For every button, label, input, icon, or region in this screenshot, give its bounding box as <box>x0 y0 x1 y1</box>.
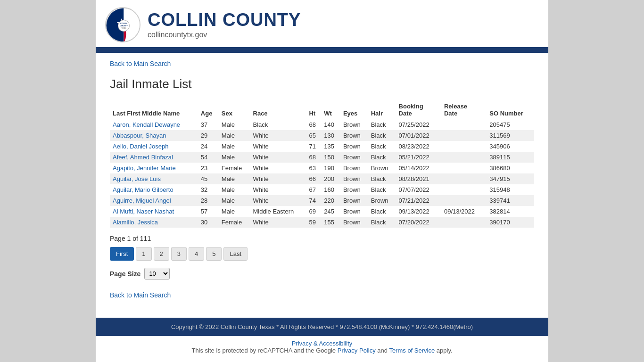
footer-copyright: Copyright © 2022 Collin County Texas * A… <box>171 323 473 330</box>
cell-booking-date: 05/21/2022 <box>396 152 441 163</box>
back-to-search-link-bottom[interactable]: Back to Main Search <box>110 291 171 299</box>
cell-hair: Black <box>368 141 396 152</box>
cell-so-number: 382814 <box>487 206 534 217</box>
cell-release-date <box>441 184 487 195</box>
privacy-policy-link[interactable]: Privacy Policy <box>338 347 376 354</box>
inmate-name-link[interactable]: Aello, Daniel Joseph <box>113 143 169 150</box>
cell-hair: Black <box>368 130 396 141</box>
cell-wt: 140 <box>321 119 340 131</box>
cell-eyes: Brown <box>340 130 368 141</box>
table-row: Aguirre, Miguel Angel28MaleWhite74220Bro… <box>110 195 534 206</box>
cell-sex: Female <box>219 163 250 173</box>
cell-age: 54 <box>198 152 219 163</box>
cell-eyes: Brown <box>340 206 368 217</box>
col-header-release-date: ReleaseDate <box>441 101 487 119</box>
cell-ht: 74 <box>306 195 321 206</box>
pagination-button[interactable]: 3 <box>171 247 187 261</box>
table-row: Aguilar, Mario Gilberto32MaleWhite67160B… <box>110 184 534 195</box>
cell-eyes: Brown <box>340 141 368 152</box>
cell-ht: 65 <box>306 130 321 141</box>
pagination-button[interactable]: 1 <box>136 247 151 261</box>
footer-bottom: Privacy & Accessibility This site is pro… <box>96 336 548 358</box>
cell-eyes: Brown <box>340 152 368 163</box>
header-blue-bar <box>96 49 548 53</box>
cell-age: 37 <box>198 119 219 131</box>
cell-hair: Brown <box>368 195 396 206</box>
page-title: Jail Inmate List <box>110 77 534 91</box>
cell-age: 32 <box>198 184 219 195</box>
inmate-name-link[interactable]: Abbaspour, Shayan <box>113 132 166 139</box>
cell-wt: 245 <box>321 206 340 217</box>
cell-eyes: Brown <box>340 184 368 195</box>
cell-booking-date: 09/13/2022 <box>396 206 441 217</box>
footer: Copyright © 2022 Collin County Texas * A… <box>96 318 548 336</box>
cell-release-date <box>441 130 487 141</box>
footer-and: and <box>377 347 388 354</box>
col-header-name: Last First Middle Name <box>110 101 198 119</box>
inmate-name-link[interactable]: Aguirre, Miguel Angel <box>113 197 171 204</box>
cell-ht: 59 <box>306 217 321 228</box>
cell-release-date <box>441 119 487 131</box>
table-row: Aguilar, Jose Luis45MaleWhite66200BrownB… <box>110 173 534 184</box>
cell-wt: 160 <box>321 184 340 195</box>
page-size-section: Page Size 102550100 <box>110 268 534 280</box>
inmate-name-cell: Aaron, Kendall Dewayne <box>110 119 198 131</box>
inmate-name-link[interactable]: Aguilar, Jose Luis <box>113 175 161 182</box>
cell-release-date: 09/13/2022 <box>441 206 487 217</box>
cell-hair: Black <box>368 173 396 184</box>
tos-link[interactable]: Terms of Service <box>389 347 435 354</box>
cell-ht: 68 <box>306 119 321 131</box>
inmate-name-link[interactable]: Agapito, Jennifer Marie <box>113 165 176 172</box>
cell-booking-date: 07/07/2022 <box>396 184 441 195</box>
county-name: COLLIN COUNTY <box>148 10 301 30</box>
back-to-search-link-top[interactable]: Back to Main Search <box>110 60 171 67</box>
svg-text:TEXAS: TEXAS <box>122 27 126 29</box>
cell-eyes: Brown <box>340 163 368 173</box>
main-content: Back to Main Search Jail Inmate List Las… <box>96 53 548 308</box>
inmate-name-link[interactable]: Afeef, Ahmed Binfazal <box>113 154 173 161</box>
inmate-name-cell: Abbaspour, Shayan <box>110 130 198 141</box>
cell-eyes: Brown <box>340 217 368 228</box>
cell-hair: Brown <box>368 163 396 173</box>
pagination-button[interactable]: Last <box>223 247 248 261</box>
cell-sex: Male <box>219 206 250 217</box>
col-header-sex: Sex <box>219 101 250 119</box>
inmate-name-link[interactable]: Alamillo, Jessica <box>113 219 158 226</box>
inmate-name-link[interactable]: Aaron, Kendall Dewayne <box>113 121 180 128</box>
pagination-button[interactable]: 4 <box>189 247 204 261</box>
privacy-accessibility-link[interactable]: Privacy & Accessibility <box>292 340 353 347</box>
cell-so-number: 205475 <box>487 119 534 131</box>
pagination-button[interactable]: 2 <box>154 247 169 261</box>
cell-release-date <box>441 217 487 228</box>
cell-wt: 150 <box>321 152 340 163</box>
cell-ht: 71 <box>306 141 321 152</box>
pagination-info: Page 1 of 111 <box>110 235 534 242</box>
inmate-name-link[interactable]: Al Mufti, Naser Nashat <box>113 208 174 215</box>
table-row: Aello, Daniel Joseph24MaleWhite71135Brow… <box>110 141 534 152</box>
col-header-ht: Ht <box>306 101 321 119</box>
inmate-name-cell: Aguilar, Mario Gilberto <box>110 184 198 195</box>
cell-wt: 200 <box>321 173 340 184</box>
county-logo: COLLIN COUNTY TEXAS <box>105 7 140 42</box>
cell-so-number: 315948 <box>487 184 534 195</box>
cell-age: 28 <box>198 195 219 206</box>
inmate-table-body: Aaron, Kendall Dewayne37MaleBlack68140Br… <box>110 119 534 228</box>
cell-age: 45 <box>198 173 219 184</box>
pagination-button[interactable]: 5 <box>206 247 222 261</box>
page-size-select[interactable]: 102550100 <box>144 268 170 280</box>
cell-hair: Black <box>368 119 396 131</box>
cell-ht: 69 <box>306 206 321 217</box>
cell-sex: Male <box>219 173 250 184</box>
inmate-name-link[interactable]: Aguilar, Mario Gilberto <box>113 186 173 193</box>
cell-wt: 190 <box>321 163 340 173</box>
recaptcha-text: This site is protected by reCAPTCHA and … <box>191 347 336 354</box>
cell-release-date <box>441 141 487 152</box>
pagination-button[interactable]: First <box>110 247 134 261</box>
cell-hair: Black <box>368 184 396 195</box>
county-website: collincountytx.gov <box>148 31 301 39</box>
cell-booking-date: 07/01/2022 <box>396 130 441 141</box>
inmate-name-cell: Aello, Daniel Joseph <box>110 141 198 152</box>
cell-age: 57 <box>198 206 219 217</box>
cell-race: White <box>250 163 306 173</box>
cell-so-number: 311569 <box>487 130 534 141</box>
